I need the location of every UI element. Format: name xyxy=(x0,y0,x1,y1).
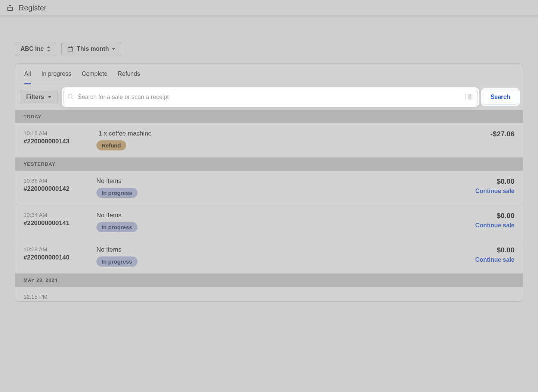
page-title: Register xyxy=(19,4,46,12)
search-field-wrap xyxy=(63,89,477,105)
svg-rect-4 xyxy=(470,94,471,99)
tabs: All In progress Complete Refunds xyxy=(15,64,523,84)
sale-amount: $0.00 xyxy=(440,177,514,186)
sale-items: No items xyxy=(96,246,432,253)
sale-order-number: #220000000141 xyxy=(24,220,89,227)
barcode-icon[interactable] xyxy=(465,93,473,101)
sale-items: No items xyxy=(96,177,432,185)
filters-button[interactable]: Filters xyxy=(20,90,58,104)
continue-sale-link[interactable]: Continue sale xyxy=(475,188,514,195)
sale-items: No items xyxy=(96,212,432,219)
continue-sale-link[interactable]: Continue sale xyxy=(475,222,514,229)
sale-amount: $0.00 xyxy=(440,212,514,220)
sales-panel: All In progress Complete Refunds Filters… xyxy=(15,63,523,302)
sale-amount: $0.00 xyxy=(440,246,514,254)
search-row: Filters Search xyxy=(15,84,523,110)
sale-order-number: #220000000142 xyxy=(24,185,89,193)
status-badge-refund: Refund xyxy=(96,140,126,150)
search-icon xyxy=(67,93,74,101)
tab-refunds[interactable]: Refunds xyxy=(118,71,140,84)
date-range-selector[interactable]: This month xyxy=(61,42,121,56)
svg-rect-6 xyxy=(473,94,473,99)
search-button[interactable]: Search xyxy=(483,90,518,105)
sale-time: 10:36 AM xyxy=(24,177,89,184)
svg-rect-5 xyxy=(471,94,472,99)
group-header: YESTERDAY xyxy=(15,158,523,171)
filters-label: Filters xyxy=(26,94,44,100)
svg-rect-2 xyxy=(468,94,469,99)
app-header: Register xyxy=(0,0,538,16)
sort-caret-icon xyxy=(47,46,50,52)
svg-rect-1 xyxy=(467,94,467,99)
sale-row[interactable]: 10:34 AM #220000000141 No items In progr… xyxy=(15,205,523,239)
sale-row[interactable]: 10:16 AM #220000000143 -1 x coffee machi… xyxy=(15,123,523,158)
sale-time: 10:16 AM xyxy=(24,130,89,136)
sale-row[interactable]: 10:36 AM #220000000142 No items In progr… xyxy=(15,171,523,205)
period-label: This month xyxy=(77,46,109,52)
calendar-icon xyxy=(67,46,74,52)
sale-order-number: #220000000140 xyxy=(24,254,89,261)
continue-sale-link[interactable]: Continue sale xyxy=(475,256,514,263)
sale-time: 10:28 AM xyxy=(24,246,89,252)
caret-down-icon xyxy=(112,48,115,50)
group-header: TODAY xyxy=(15,110,523,123)
company-label: ABC Inc xyxy=(21,46,44,52)
status-badge-inprogress: In progress xyxy=(96,222,137,232)
company-selector[interactable]: ABC Inc xyxy=(15,42,56,56)
tab-complete[interactable]: Complete xyxy=(82,71,107,84)
sale-time: 10:34 AM xyxy=(24,212,89,218)
sale-order-number: #220000000143 xyxy=(24,138,89,145)
tab-all[interactable]: All xyxy=(24,71,31,84)
sale-row[interactable]: 10:28 AM #220000000140 No items In progr… xyxy=(15,239,523,274)
register-icon xyxy=(6,4,14,12)
svg-rect-3 xyxy=(469,94,470,99)
svg-rect-0 xyxy=(466,94,466,99)
search-input[interactable] xyxy=(74,94,465,100)
toolbar: ABC Inc This month xyxy=(0,16,538,63)
sale-items: -1 x coffee machine xyxy=(96,130,432,137)
sale-amount: -$27.06 xyxy=(440,130,514,138)
tab-in-progress[interactable]: In progress xyxy=(41,71,71,84)
sale-row[interactable]: 12:15 PM xyxy=(15,287,523,301)
group-header: MAY 23, 2024 xyxy=(15,274,523,287)
status-badge-inprogress: In progress xyxy=(96,256,137,267)
sale-time: 12:15 PM xyxy=(24,293,89,300)
status-badge-inprogress: In progress xyxy=(96,188,137,198)
caret-down-icon xyxy=(48,96,52,98)
